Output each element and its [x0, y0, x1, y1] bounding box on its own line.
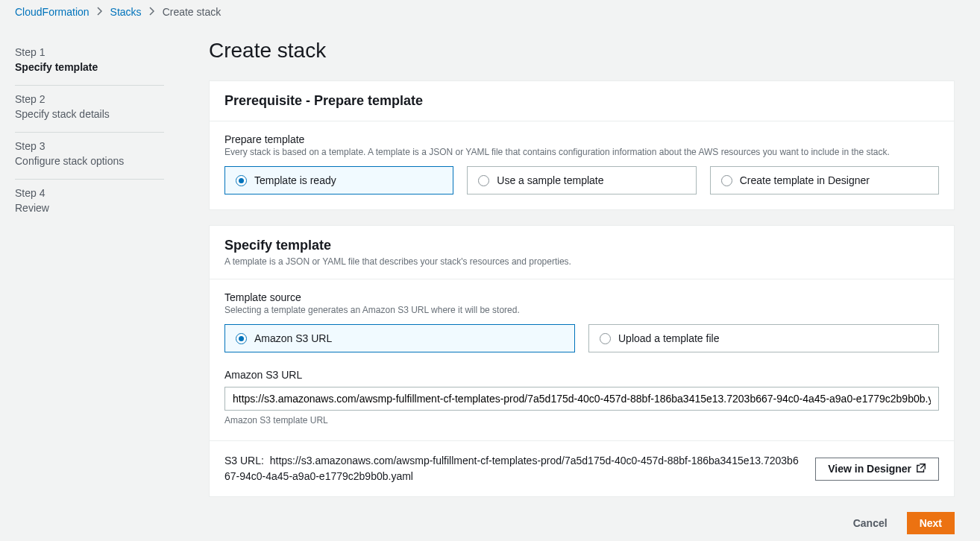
- step-title: Review: [15, 202, 164, 214]
- amazon-s3-url-help: Amazon S3 template URL: [224, 415, 939, 425]
- page-title: Create stack: [209, 39, 955, 63]
- cancel-button[interactable]: Cancel: [841, 512, 899, 534]
- wizard-actions: Cancel Next: [209, 512, 955, 534]
- radio-icon: [721, 175, 732, 186]
- step-4[interactable]: Step 4 Review: [15, 180, 164, 226]
- option-label: Template is ready: [254, 174, 336, 186]
- external-link-icon: [916, 463, 926, 475]
- radio-icon: [478, 175, 489, 186]
- template-source-label: Template source: [224, 291, 939, 303]
- template-source-hint: Selecting a template generates an Amazon…: [224, 305, 939, 315]
- panel-desc: A template is a JSON or YAML file that d…: [224, 256, 939, 267]
- step-2[interactable]: Step 2 Specify stack details: [15, 86, 164, 133]
- option-label: Use a sample template: [497, 174, 603, 186]
- panel-prerequisite: Prerequisite - Prepare template Prepare …: [209, 80, 955, 210]
- breadcrumb-cloudformation[interactable]: CloudFormation: [15, 6, 89, 18]
- option-label: Create template in Designer: [740, 174, 870, 186]
- option-create-in-designer[interactable]: Create template in Designer: [710, 166, 939, 194]
- step-number: Step 4: [15, 187, 164, 199]
- radio-icon: [600, 333, 611, 344]
- step-number: Step 1: [15, 46, 164, 58]
- step-1[interactable]: Step 1 Specify template: [15, 39, 164, 86]
- option-template-ready[interactable]: Template is ready: [224, 166, 453, 194]
- step-number: Step 2: [15, 93, 164, 105]
- breadcrumb-current: Create stack: [163, 6, 222, 18]
- s3-url-value: https://s3.amazonaws.com/awsmp-fulfillme…: [224, 455, 799, 482]
- step-3[interactable]: Step 3 Configure stack options: [15, 133, 164, 180]
- prepare-template-hint: Every stack is based on a template. A te…: [224, 147, 939, 157]
- amazon-s3-url-label: Amazon S3 URL: [224, 369, 939, 381]
- panel-heading: Specify template: [224, 238, 939, 253]
- option-sample-template[interactable]: Use a sample template: [467, 166, 696, 194]
- chevron-right-icon: [97, 6, 103, 18]
- chevron-right-icon: [149, 6, 155, 18]
- next-button[interactable]: Next: [907, 512, 955, 534]
- step-number: Step 3: [15, 140, 164, 152]
- option-label: Amazon S3 URL: [254, 332, 332, 344]
- radio-icon: [236, 175, 247, 186]
- panel-specify-template: Specify template A template is a JSON or…: [209, 225, 955, 497]
- step-title: Specify stack details: [15, 108, 164, 120]
- button-label: View in Designer: [828, 463, 911, 475]
- prepare-template-label: Prepare template: [224, 133, 939, 145]
- step-title: Configure stack options: [15, 155, 164, 167]
- breadcrumb: CloudFormation Stacks Create stack: [15, 6, 965, 18]
- wizard-steps: Step 1 Specify template Step 2 Specify s…: [15, 39, 164, 534]
- amazon-s3-url-input[interactable]: [224, 387, 939, 411]
- option-label: Upload a template file: [618, 332, 719, 344]
- s3-url-label: S3 URL:: [224, 455, 264, 466]
- option-amazon-s3-url[interactable]: Amazon S3 URL: [224, 324, 575, 352]
- breadcrumb-stacks[interactable]: Stacks: [110, 6, 142, 18]
- step-title: Specify template: [15, 61, 164, 73]
- option-upload-template-file[interactable]: Upload a template file: [588, 324, 939, 352]
- panel-heading: Prerequisite - Prepare template: [224, 93, 939, 109]
- radio-icon: [236, 333, 247, 344]
- view-in-designer-button[interactable]: View in Designer: [815, 458, 939, 481]
- s3-url-display: S3 URL: https://s3.amazonaws.com/awsmp-f…: [224, 453, 803, 484]
